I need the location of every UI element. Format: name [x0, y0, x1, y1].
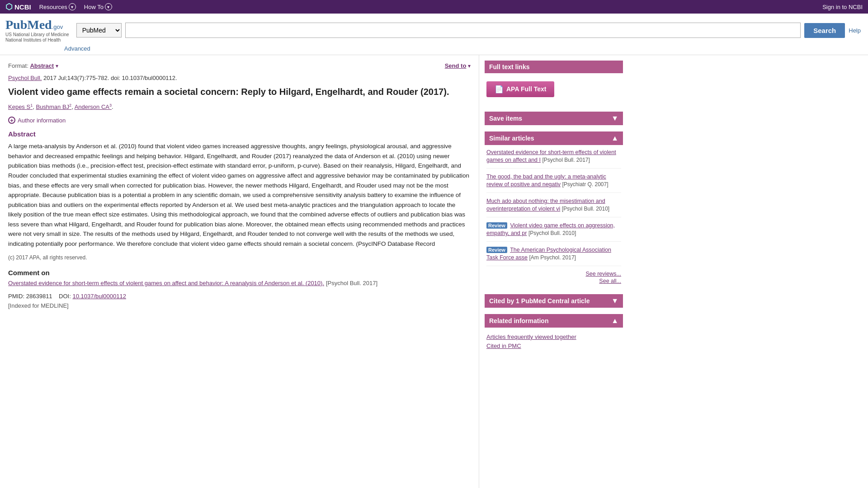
- comment-on-heading: Comment on: [8, 269, 471, 277]
- ncbi-logo: ⬡ NCBI: [5, 2, 31, 12]
- citation-line: Psychol Bull. 2017 Jul;143(7):775-782. d…: [8, 75, 471, 81]
- doi-value[interactable]: 10.1037/bul0000112: [72, 293, 126, 300]
- save-items-section: Save items ▼: [485, 112, 623, 125]
- related-header: Related information ▲: [485, 314, 623, 328]
- related-link-2[interactable]: Cited in PMC: [486, 343, 621, 349]
- save-items-header: Save items ▼: [485, 112, 623, 125]
- cited-by-label: Cited by 1 PubMed Central article: [489, 297, 590, 305]
- similar-header: Similar articles ▲: [485, 131, 623, 145]
- search-button[interactable]: Search: [804, 23, 845, 38]
- main-layout: Format: Abstract ▾ Send to ▾ Psychol Bul…: [0, 55, 868, 488]
- related-body: Articles frequently viewed together Cite…: [485, 328, 623, 355]
- resources-label: Resources: [39, 4, 67, 10]
- review-badge-4: Review: [486, 222, 507, 229]
- plus-icon: +: [8, 117, 15, 124]
- signin-link[interactable]: Sign in to NCBI: [822, 4, 863, 10]
- copyright-text: (c) 2017 APA, all rights reserved.: [8, 254, 471, 261]
- search-area: PubMed .gov US National Library of Medic…: [0, 14, 868, 55]
- abstract-heading: Abstract: [8, 130, 471, 138]
- similar-article-5: Review The American Psychological Associ…: [486, 246, 621, 266]
- similar-article-1-journal: [Psychol Bull. 2017]: [542, 157, 590, 163]
- similar-article-3-journal: [Psychol Bull. 2010]: [562, 206, 609, 212]
- database-selector[interactable]: PubMed: [76, 23, 122, 38]
- comment-line: Overstated evidence for short-term effec…: [8, 279, 471, 286]
- comment-article-link[interactable]: Overstated evidence for short-term effec…: [8, 280, 324, 286]
- journal-link[interactable]: Psychol Bull.: [8, 75, 42, 81]
- see-all-link[interactable]: See all...: [486, 278, 621, 284]
- full-text-header-label: Full text links: [489, 63, 529, 70]
- similar-articles-section: Similar articles ▲ Overstated evidence f…: [485, 131, 623, 288]
- abstract-text: A large meta-analysis by Anderson et al.…: [8, 141, 471, 249]
- related-header-label: Related information: [489, 317, 548, 324]
- send-to-section: Send to ▾: [445, 62, 471, 69]
- search-input[interactable]: [125, 23, 801, 38]
- article-title: Violent video game effects remain a soci…: [8, 86, 471, 98]
- apa-icon: 📄: [495, 85, 504, 94]
- cited-by-section: Cited by 1 PubMed Central article ▼: [485, 294, 623, 308]
- similar-header-label: Similar articles: [489, 135, 534, 142]
- ncbi-label: NCBI: [14, 3, 31, 11]
- save-items-collapse-icon[interactable]: ▼: [611, 114, 618, 122]
- send-to-dropdown-icon[interactable]: ▾: [468, 63, 471, 69]
- similar-article-4-journal: [Psychol Bull. 2010]: [528, 230, 576, 236]
- advanced-search-link[interactable]: Advanced: [64, 45, 90, 55]
- howto-nav[interactable]: How To ▾: [84, 3, 112, 10]
- author-2[interactable]: Bushman BJ2: [36, 103, 71, 110]
- doi-label: DOI:: [59, 293, 71, 300]
- apa-btn-label: APA Full Text: [506, 85, 546, 93]
- comment-journal: [Psychol Bull. 2017]: [326, 280, 377, 286]
- format-dropdown-icon[interactable]: ▾: [56, 63, 58, 69]
- citation-details: 2017 Jul;143(7):775-782. doi: 10.1037/bu…: [43, 75, 177, 81]
- full-text-section: Full text links 📄 APA Full Text: [485, 61, 623, 105]
- similar-article-1: Overstated evidence for short-term effec…: [486, 149, 621, 169]
- format-label: Format:: [8, 62, 28, 69]
- cited-collapse-icon[interactable]: ▼: [611, 297, 618, 305]
- authors-line: Kepes S1, Bushman BJ2, Anderson CA3.: [8, 103, 471, 110]
- resources-nav[interactable]: Resources ▾: [39, 3, 76, 10]
- author-info-toggle[interactable]: + Author information: [8, 117, 471, 124]
- review-badge-5: Review: [486, 247, 507, 253]
- resources-dropdown-icon: ▾: [69, 3, 76, 10]
- related-collapse-icon[interactable]: ▲: [611, 317, 618, 325]
- author-3[interactable]: Anderson CA3: [75, 103, 112, 110]
- sidebar: Full text links 📄 APA Full Text Save ite…: [479, 55, 628, 488]
- signin-text: Sign in to NCBI: [822, 4, 863, 10]
- pubmed-logo-text: PubMed: [5, 18, 52, 32]
- pubmed-logo: PubMed .gov US National Library of Medic…: [5, 18, 69, 43]
- howto-label: How To: [84, 4, 104, 10]
- similar-article-5-journal: [Am Psychol. 2017]: [529, 254, 576, 261]
- see-reviews-link[interactable]: See reviews...: [486, 271, 621, 277]
- full-text-header: Full text links: [485, 61, 623, 73]
- pmid-value: 28639811: [26, 293, 52, 300]
- send-to-button[interactable]: Send to: [445, 62, 467, 69]
- cited-by-header: Cited by 1 PubMed Central article ▼: [485, 294, 623, 308]
- format-row: Format: Abstract ▾ Send to ▾: [8, 62, 471, 69]
- pubmed-subtitle-line1: US National Library of Medicine: [5, 32, 69, 38]
- similar-article-3: Much ado about nothing: the misestimatio…: [486, 197, 621, 217]
- pmid-doi-row: PMID: 28639811 DOI: 10.1037/bul0000112: [8, 293, 471, 300]
- author-info-label: Author information: [18, 117, 66, 124]
- similar-article-4: Review Violent video game effects on agg…: [486, 222, 621, 242]
- help-link[interactable]: Help: [849, 27, 861, 34]
- similar-article-2-journal: [Psychiatr Q. 2007]: [562, 181, 608, 188]
- content-area: Format: Abstract ▾ Send to ▾ Psychol Bul…: [0, 55, 479, 488]
- similar-collapse-icon[interactable]: ▲: [611, 134, 618, 142]
- pubmed-subtitle-line2: National Institutes of Health: [5, 38, 69, 43]
- top-navigation: ⬡ NCBI Resources ▾ How To ▾ Sign in to N…: [0, 0, 868, 14]
- howto-dropdown-icon: ▾: [105, 3, 112, 10]
- format-value[interactable]: Abstract: [30, 62, 54, 69]
- related-info-section: Related information ▲ Articles frequentl…: [485, 314, 623, 355]
- format-section: Format: Abstract ▾: [8, 62, 58, 69]
- indexed-label: [Indexed for MEDLINE]: [8, 302, 471, 309]
- full-text-body: 📄 APA Full Text: [485, 73, 623, 105]
- similar-body: Overstated evidence for short-term effec…: [485, 145, 623, 288]
- pubmed-logo-gov: .gov: [52, 24, 63, 30]
- similar-article-2: The good, the bad and the ugly: a meta-a…: [486, 173, 621, 193]
- pmid-label: PMID:: [8, 293, 24, 300]
- save-items-label: Save items: [489, 115, 522, 122]
- author-1[interactable]: Kepes S1: [8, 103, 33, 110]
- related-link-1[interactable]: Articles frequently viewed together: [486, 333, 621, 340]
- apa-full-text-button[interactable]: 📄 APA Full Text: [486, 81, 554, 97]
